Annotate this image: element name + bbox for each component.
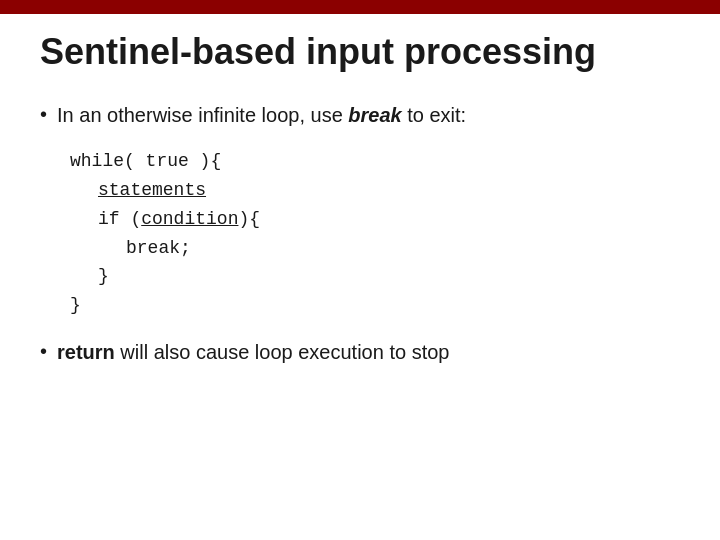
bullet2-suffix: will also cause loop execution to stop xyxy=(115,341,450,363)
bullet-dot-1: • xyxy=(40,103,47,126)
code-block: while( true ){ statements if (condition)… xyxy=(70,147,680,320)
bullet-item-1: • In an otherwise infinite loop, use bre… xyxy=(40,101,680,129)
code-line-6: } xyxy=(70,291,680,320)
code-line-1: while( true ){ xyxy=(70,147,680,176)
slide-title: Sentinel-based input processing xyxy=(40,30,680,73)
bullet-text-2: return will also cause loop execution to… xyxy=(57,338,449,366)
bullet1-prefix: In an otherwise infinite loop, use xyxy=(57,104,348,126)
code-line-3: if (condition){ xyxy=(98,205,680,234)
code-line-4: break; xyxy=(126,234,680,263)
bullet1-suffix: to exit: xyxy=(402,104,466,126)
code-line-2: statements xyxy=(98,176,680,205)
bullet2-keyword: return xyxy=(57,341,115,363)
bullet-text-1: In an otherwise infinite loop, use break… xyxy=(57,101,466,129)
slide-content: Sentinel-based input processing • In an … xyxy=(40,30,680,510)
bullet-dot-2: • xyxy=(40,340,47,363)
bullet1-keyword: break xyxy=(348,104,401,126)
top-bar xyxy=(0,0,720,14)
code-condition: condition xyxy=(141,209,238,229)
code-line-5: } xyxy=(98,262,680,291)
bullet-item-2: • return will also cause loop execution … xyxy=(40,338,680,366)
